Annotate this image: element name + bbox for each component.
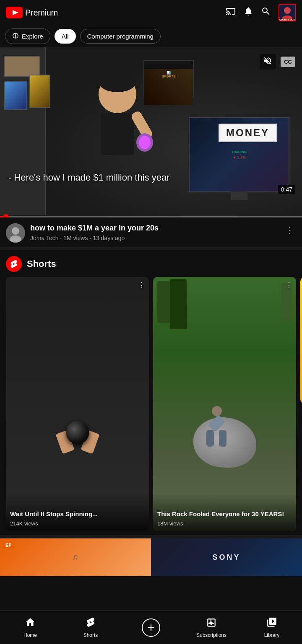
short-2-overlay: This Rock Fooled Everyone for 30 YEARS! … bbox=[153, 494, 296, 531]
svg-rect-18 bbox=[219, 430, 226, 447]
short-2-views: 18M views bbox=[157, 520, 292, 527]
library-icon bbox=[266, 617, 277, 630]
header-right: MIGHTY BUK bbox=[226, 4, 296, 21]
shorts-row: ⋮ Wait Until It Stops Spinning... 214K v… bbox=[0, 277, 302, 531]
video-meta-text: Joma Tech · 1M views · 13 days ago bbox=[30, 235, 279, 241]
mute-button[interactable] bbox=[260, 54, 276, 70]
monitor-2: 📊 SPORTS bbox=[143, 60, 194, 98]
short-2-more-button[interactable]: ⋮ bbox=[285, 280, 293, 290]
header: Premium bbox=[0, 0, 302, 25]
library-label: Library bbox=[264, 632, 280, 638]
shorts-header: Shorts bbox=[0, 256, 302, 277]
computer-programming-chip[interactable]: Computer programming bbox=[80, 29, 161, 44]
notification-icon[interactable] bbox=[243, 6, 253, 19]
bottom-nav: Home Shorts Subscriptions bbox=[0, 610, 302, 644]
short-card-2[interactable]: ⋮ This Rock Fooled Everyone for 30 YEARS… bbox=[153, 277, 296, 531]
svg-rect-8 bbox=[101, 113, 134, 155]
wall-art-2 bbox=[29, 75, 50, 108]
next-content-row: EP 🎵 SONY bbox=[0, 538, 302, 576]
wall-art-1 bbox=[4, 81, 27, 110]
money-sign: MONEY bbox=[219, 124, 277, 142]
progress-dot[interactable] bbox=[3, 214, 9, 218]
short-1-more-button[interactable]: ⋮ bbox=[138, 280, 146, 290]
computer-programming-label: Computer programming bbox=[87, 33, 154, 40]
svg-rect-16 bbox=[208, 415, 226, 432]
shelf-item-1 bbox=[4, 56, 40, 77]
next-thumb-right: SONY bbox=[151, 538, 302, 576]
channel-avatar[interactable] bbox=[6, 223, 25, 243]
explore-label: Explore bbox=[22, 33, 43, 40]
svg-point-15 bbox=[212, 406, 222, 416]
video-info: how to make $1M a year in your 20s Joma … bbox=[0, 217, 302, 247]
short-1-views: 214K views bbox=[10, 520, 145, 527]
short-2-title: This Rock Fooled Everyone for 30 YEARS! bbox=[157, 510, 292, 518]
nav-add[interactable] bbox=[121, 618, 181, 637]
svg-point-13 bbox=[12, 227, 19, 235]
video-player[interactable]: TRADING ▼ 2.4% MONEY 📊 SPORTS bbox=[0, 47, 302, 217]
premium-label: Premium bbox=[25, 8, 58, 18]
svg-text:MIGHTY BUK: MIGHTY BUK bbox=[279, 18, 295, 21]
subscriptions-label: Subscriptions bbox=[196, 632, 226, 638]
explore-icon bbox=[12, 32, 19, 40]
section-separator bbox=[0, 247, 302, 250]
nav-home[interactable]: Home bbox=[0, 617, 60, 638]
svg-point-7 bbox=[99, 71, 136, 92]
shorts-title: Shorts bbox=[27, 259, 56, 269]
shorts-nav-icon bbox=[85, 617, 96, 630]
short-1-title: Wait Until It Stops Spinning... bbox=[10, 510, 145, 518]
header-left: Premium bbox=[6, 7, 58, 18]
explore-chip[interactable]: Explore bbox=[5, 28, 50, 44]
youtube-icon bbox=[6, 7, 23, 18]
progress-bar[interactable] bbox=[0, 216, 302, 217]
cast-icon[interactable] bbox=[226, 6, 236, 19]
short-1-overlay: Wait Until It Stops Spinning... 214K vie… bbox=[6, 494, 149, 531]
all-label: All bbox=[62, 33, 69, 40]
svg-point-11 bbox=[139, 136, 151, 149]
nav-subscriptions[interactable]: Subscriptions bbox=[181, 617, 242, 638]
video-meta: how to make $1M a year in your 20s Joma … bbox=[30, 223, 279, 241]
short-card-1[interactable]: ⋮ Wait Until It Stops Spinning... 214K v… bbox=[6, 277, 149, 531]
subscriptions-icon bbox=[206, 617, 217, 630]
filter-bar: Explore All Computer programming bbox=[0, 25, 302, 47]
all-chip[interactable]: All bbox=[55, 29, 76, 44]
search-icon[interactable] bbox=[261, 6, 271, 19]
svg-rect-17 bbox=[206, 430, 214, 447]
video-title: how to make $1M a year in your 20s bbox=[30, 223, 279, 233]
home-icon bbox=[25, 617, 36, 630]
video-more-button[interactable]: ⋮ bbox=[284, 225, 296, 236]
video-timestamp: 0:47 bbox=[278, 185, 295, 194]
home-label: Home bbox=[23, 632, 37, 638]
svg-point-3 bbox=[284, 7, 291, 14]
video-top-controls: CC bbox=[260, 54, 295, 70]
video-overlay-text: - Here's how I made $1 million this year bbox=[8, 172, 169, 184]
youtube-logo: Premium bbox=[6, 7, 58, 18]
nav-library[interactable]: Library bbox=[242, 617, 302, 638]
user-avatar[interactable]: MIGHTY BUK bbox=[279, 4, 296, 21]
next-thumb-left: EP 🎵 bbox=[0, 538, 151, 576]
ep-badge: EP bbox=[3, 542, 14, 548]
cc-button[interactable]: CC bbox=[281, 57, 295, 67]
section-separator-2 bbox=[0, 535, 302, 538]
add-icon[interactable] bbox=[142, 618, 160, 637]
shorts-section: Shorts ⋮ Wait Until It Sto bbox=[0, 250, 302, 535]
nav-shorts[interactable]: Shorts bbox=[60, 617, 121, 638]
shorts-icon bbox=[6, 256, 22, 272]
short-card-partial: Le 16 bbox=[300, 277, 302, 531]
avatar-image: MIGHTY BUK bbox=[279, 5, 295, 21]
shorts-nav-label: Shorts bbox=[83, 632, 98, 638]
